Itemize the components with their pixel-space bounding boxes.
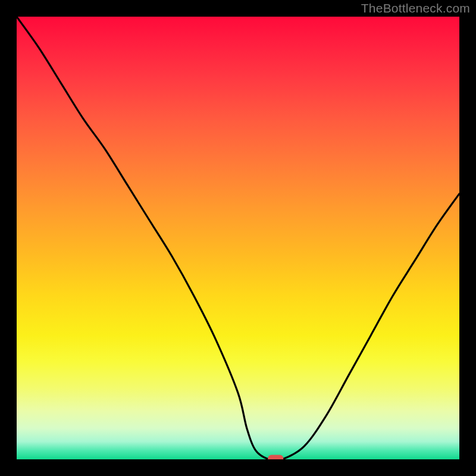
attribution-label: TheBottleneck.com [361,1,470,15]
optimum-marker [268,455,283,460]
plot-area [17,17,459,459]
chart-frame: TheBottleneck.com [0,0,476,476]
bottleneck-curve-path [17,17,459,459]
curve-svg [17,17,459,459]
